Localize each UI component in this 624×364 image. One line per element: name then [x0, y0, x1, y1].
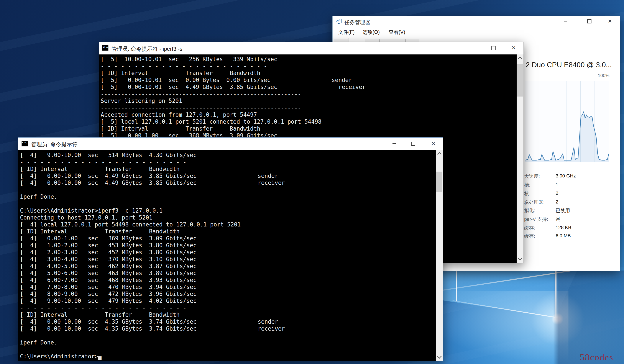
minimize-icon[interactable]: [468, 45, 478, 52]
stat-l2-cache: 缓存:6.0 MB: [524, 233, 535, 239]
wallpaper-shadow-wedge: [442, 270, 624, 364]
scrollbar[interactable]: [436, 150, 443, 361]
cmd-client-title: 管理员: 命令提示符: [31, 141, 78, 148]
task-manager-title: 任务管理器: [344, 19, 370, 26]
stat-virtualization: 拟化:已禁用: [524, 207, 535, 214]
stat-l1-cache: 缓存:128 KB: [524, 225, 535, 231]
scroll-up-icon[interactable]: [517, 54, 523, 62]
close-icon[interactable]: ✕: [428, 140, 438, 147]
terminal-output: [ 5] 10.00-10.01 sec 256 KBytes 339 Mbit…: [101, 56, 365, 139]
scroll-down-icon[interactable]: [517, 255, 523, 263]
stat-max-speed: 大速度:3.00 GHz: [524, 173, 540, 180]
stat-hyperv: per-V 支持:是: [524, 216, 548, 223]
task-manager-icon: [336, 18, 341, 25]
cmd-client-terminal: [ 4] 9.00-10.00 sec 514 MBytes 4.30 Gbit…: [18, 150, 443, 361]
cmd-icon: C:\.: [102, 45, 108, 51]
stat-sockets: 槽:1: [524, 182, 530, 188]
task-manager-menubar: 文件(F) 选项(O) 查看(V): [333, 26, 620, 37]
scrollbar-thumb[interactable]: [517, 64, 523, 97]
watermark: 58codes: [580, 352, 613, 363]
cmd-icon: C:\.: [22, 141, 28, 146]
terminal-output: [ 4] 9.00-10.00 sec 514 MBytes 4.30 Gbit…: [20, 152, 285, 360]
scrollbar[interactable]: [517, 54, 523, 263]
menu-options[interactable]: 选项(O): [363, 29, 380, 36]
cmd-server-titlebar[interactable]: C:\. 管理员: 命令提示符 - iperf3 -s ✕: [99, 42, 523, 54]
menu-file[interactable]: 文件(F): [338, 29, 355, 36]
desktop: 58codes 任务管理器 ✕ 文件(F) 选项(O) 查看(V): [0, 0, 624, 364]
stat-cores: 核:2: [524, 190, 530, 197]
cpu-name-title: 2 Duo CPU E8400 @ 3.0...: [526, 61, 612, 69]
stat-logical-processors: 辑处理器:2: [524, 199, 545, 206]
close-icon[interactable]: ✕: [509, 45, 519, 52]
cmd-client-titlebar[interactable]: C:\. 管理员: 命令提示符 ✕: [18, 137, 443, 150]
scroll-up-icon[interactable]: [436, 150, 443, 157]
maximize-icon[interactable]: [488, 45, 498, 52]
close-icon[interactable]: ✕: [605, 18, 615, 25]
scroll-down-icon[interactable]: [436, 353, 443, 361]
minimize-icon[interactable]: [389, 140, 399, 147]
cmd-client-window: C:\. 管理员: 命令提示符 ✕ [ 4] 9.00-10.00 sec 51…: [18, 137, 443, 361]
menu-view[interactable]: 查看(V): [389, 29, 405, 36]
maximize-icon[interactable]: [584, 18, 594, 25]
scrollbar-thumb[interactable]: [436, 172, 442, 192]
cmd-server-title: 管理员: 命令提示符 - iperf3 -s: [111, 45, 182, 52]
task-manager-titlebar[interactable]: 任务管理器 ✕: [333, 16, 620, 26]
minimize-icon[interactable]: [560, 18, 571, 25]
cpu-scale-max-label: 100%: [525, 73, 609, 78]
maximize-icon[interactable]: [408, 140, 418, 147]
cpu-usage-graph: [525, 81, 609, 162]
